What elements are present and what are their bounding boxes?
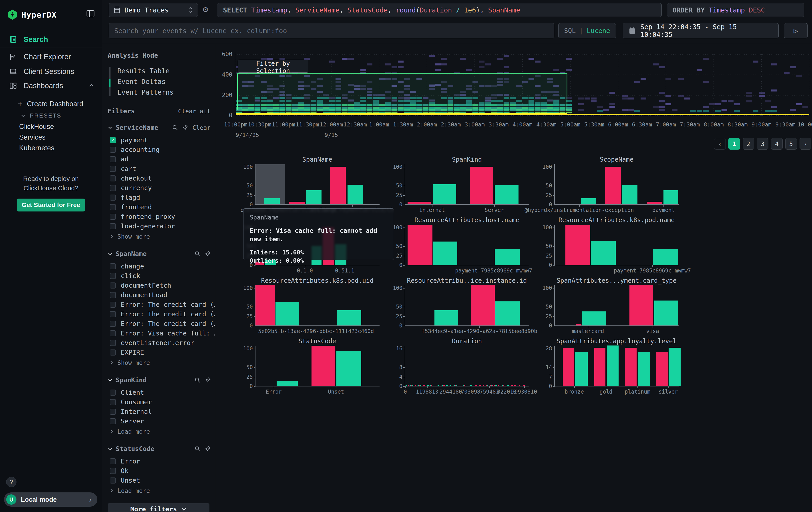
clear-all-link[interactable]: Clear all	[178, 108, 210, 115]
filter-option-Internal[interactable]: Internal	[108, 407, 210, 416]
chart-plot[interactable]	[405, 286, 529, 326]
filter-option-Error[interactable]: Error	[108, 457, 210, 466]
filter-option-accounting[interactable]: accounting	[108, 145, 210, 154]
filter-option-documentFetch[interactable]: documentFetch	[108, 281, 210, 290]
chevron-right-icon[interactable]	[109, 488, 114, 493]
checkbox[interactable]	[110, 273, 116, 279]
search-icon[interactable]	[195, 377, 200, 383]
filter-option-checkout[interactable]: checkout	[108, 173, 210, 183]
checkbox[interactable]	[110, 321, 116, 327]
filter-group-header-ServiceName[interactable]: ServiceNameClear	[108, 124, 210, 131]
filter-option-Ok[interactable]: Ok	[108, 466, 210, 476]
checkbox[interactable]	[110, 311, 116, 317]
clear-link[interactable]: Clear	[193, 124, 210, 131]
events-heatmap[interactable]	[236, 52, 809, 117]
query-language-toggle[interactable]: SQL | Lucene	[558, 23, 616, 38]
pagination-page-2[interactable]: 2	[743, 138, 754, 150]
search-icon[interactable]	[172, 125, 178, 131]
search-input[interactable]	[114, 27, 549, 35]
filter-option-Error: The credit card (…[interactable]: Error: The credit card (…	[108, 309, 210, 319]
show-more-link[interactable]: Load more	[108, 427, 210, 436]
chevron-down-icon[interactable]	[108, 251, 113, 256]
sql-select-editor[interactable]: SELECT Timestamp, ServiceName, StatusCod…	[217, 3, 662, 17]
chevron-right-icon[interactable]	[109, 429, 114, 434]
pin-icon[interactable]	[182, 125, 188, 131]
checkbox[interactable]	[110, 194, 116, 200]
filter-option-payment[interactable]: ✓payment	[108, 135, 210, 145]
checkbox[interactable]	[110, 340, 116, 346]
filter-option-Error: Visa cache full: …[interactable]: Error: Visa cache full: …	[108, 329, 210, 338]
pagination-page-3[interactable]: 3	[757, 138, 768, 150]
chevron-down-icon[interactable]	[108, 125, 113, 130]
show-more-link[interactable]: Show more	[108, 358, 210, 367]
sidebar-item-create-dashboard[interactable]: + Create Dashboard	[0, 99, 102, 110]
chevron-right-icon[interactable]	[109, 360, 114, 365]
sidebar-item-dashboards[interactable]: Dashboards	[0, 79, 102, 92]
chart-plot[interactable]	[255, 286, 380, 326]
show-more-link[interactable]: Show more	[108, 232, 210, 241]
filter-option-Client[interactable]: Client	[108, 388, 210, 397]
checkbox[interactable]	[110, 204, 116, 210]
filter-option-flagd[interactable]: flagd	[108, 193, 210, 202]
filter-option-eventListener.error[interactable]: eventListener.error	[108, 338, 210, 348]
filter-option-Error: The credit card (…[interactable]: Error: The credit card (…	[108, 319, 210, 328]
search-bar[interactable]	[109, 23, 554, 38]
filter-option-ad[interactable]: ad	[108, 155, 210, 164]
sidebar-item-client-sessions[interactable]: Client Sessions	[0, 65, 102, 78]
pagination-page-1[interactable]: 1	[728, 138, 740, 150]
chart-plot[interactable]	[554, 225, 679, 265]
date-range-picker[interactable]: Sep 14 22:04:35 - Sep 15 10:04:35	[623, 23, 779, 38]
analysis-mode-results-table[interactable]: Results Table	[109, 65, 210, 76]
checkbox[interactable]	[110, 458, 116, 464]
filter-option-change[interactable]: change	[108, 262, 210, 271]
analysis-mode-event-patterns[interactable]: Event Patterns	[109, 87, 210, 98]
filter-option-load-generator[interactable]: load-generator	[108, 221, 210, 231]
filter-option-EXPIRE[interactable]: EXPIRE	[108, 348, 210, 357]
filter-option-currency[interactable]: currency	[108, 183, 210, 193]
checkbox-checked[interactable]: ✓	[110, 137, 116, 143]
search-icon[interactable]	[195, 251, 200, 257]
checkbox[interactable]	[110, 418, 116, 424]
sidebar-item-clickhouse[interactable]: ClickHouse	[0, 121, 102, 132]
checkbox[interactable]	[110, 214, 116, 220]
sql-orderby-editor[interactable]: ORDER BY Timestamp DESC	[667, 3, 804, 17]
lucene-mode-label[interactable]: Lucene	[587, 27, 610, 34]
checkbox[interactable]	[110, 282, 116, 289]
filter-option-frontend[interactable]: frontend	[108, 203, 210, 212]
checkbox[interactable]	[110, 263, 116, 269]
filter-option-Consumer[interactable]: Consumer	[108, 397, 210, 407]
chevron-up-icon[interactable]	[88, 83, 94, 89]
checkbox[interactable]	[110, 478, 116, 484]
filter-option-frontend-proxy[interactable]: frontend-proxy	[108, 212, 210, 221]
help-button[interactable]: ?	[6, 477, 17, 487]
checkbox[interactable]	[110, 176, 116, 182]
chart-plot[interactable]	[554, 286, 679, 326]
checkbox[interactable]	[110, 399, 116, 405]
filter-option-cart[interactable]: cart	[108, 164, 210, 173]
show-more-link[interactable]: Load more	[108, 486, 210, 495]
chart-plot[interactable]	[405, 346, 529, 386]
filter-option-Unset[interactable]: Unset	[108, 476, 210, 485]
chart-plot[interactable]	[554, 164, 679, 205]
filter-option-documentLoad[interactable]: documentLoad	[108, 290, 210, 300]
chart-plot[interactable]	[405, 225, 529, 265]
sidebar-collapse-icon[interactable]	[86, 10, 94, 17]
chart-plot[interactable]	[554, 346, 679, 386]
pagination-prev-button[interactable]: ‹	[714, 138, 726, 150]
filter-group-header-SpanKind[interactable]: SpanKind	[108, 376, 210, 384]
filter-group-header-StatusCode[interactable]: StatusCode	[108, 445, 210, 453]
checkbox[interactable]	[110, 350, 116, 355]
checkbox[interactable]	[110, 147, 116, 153]
checkbox[interactable]	[110, 292, 116, 298]
sidebar-item-services[interactable]: Services	[0, 132, 102, 143]
pagination-page-4[interactable]: 4	[771, 138, 783, 150]
pin-icon[interactable]	[205, 446, 210, 452]
checkbox[interactable]	[110, 330, 116, 336]
chevron-right-icon[interactable]	[109, 234, 114, 239]
pagination-page-5[interactable]: 5	[785, 138, 797, 150]
sidebar-item-search[interactable]: Search	[0, 33, 102, 46]
sidebar-item-chart-explorer[interactable]: Chart Explorer	[0, 50, 102, 63]
local-mode-pill[interactable]: U Local mode ›	[4, 492, 97, 507]
sidebar-item-presets[interactable]: PRESETS	[0, 110, 102, 121]
chart-plot[interactable]	[255, 346, 380, 386]
